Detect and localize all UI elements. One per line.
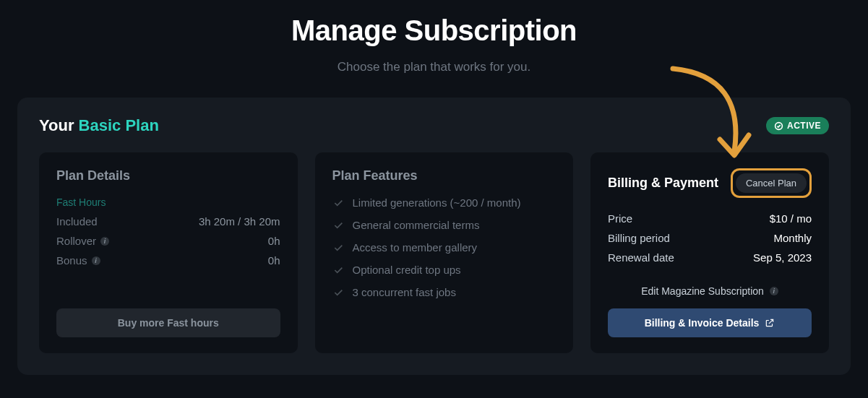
billing-card: Billing & Payment Cancel Plan Price $10 … xyxy=(590,152,829,353)
feature-item: Limited generations (~200 / month) xyxy=(332,196,557,209)
billing-value: Monthly xyxy=(773,232,812,244)
billing-value: Sep 5, 2023 xyxy=(753,251,812,264)
check-icon xyxy=(332,197,344,209)
billing-key: Billing period xyxy=(608,232,670,244)
billing-key: Renewal date xyxy=(608,251,674,264)
detail-key: Rollover xyxy=(56,235,109,247)
external-link-icon xyxy=(765,318,775,328)
plan-title: Your Basic Plan xyxy=(39,116,159,135)
billing-row: Billing period Monthly xyxy=(608,232,812,244)
billing-value: $10 / mo xyxy=(770,212,812,225)
plan-details-card: Plan Details Fast Hours Included 3h 20m … xyxy=(39,152,298,353)
detail-row: Rollover 0h xyxy=(56,235,280,247)
fast-hours-label: Fast Hours xyxy=(56,196,280,208)
check-icon xyxy=(332,220,344,231)
detail-key: Included xyxy=(56,215,98,228)
billing-row: Renewal date Sep 5, 2023 xyxy=(608,251,812,264)
plan-name: Basic Plan xyxy=(79,116,159,134)
check-icon xyxy=(332,242,344,254)
edit-subscription-link[interactable]: Edit Magazine Subscription xyxy=(608,285,812,297)
detail-row: Included 3h 20m / 3h 20m xyxy=(56,215,280,228)
plan-details-title: Plan Details xyxy=(56,168,280,183)
check-icon xyxy=(332,287,344,298)
billing-title: Billing & Payment xyxy=(608,176,718,191)
billing-row: Price $10 / mo xyxy=(608,212,812,225)
buy-more-button[interactable]: Buy more Fast hours xyxy=(56,308,280,337)
check-icon xyxy=(332,264,344,276)
detail-key: Bonus xyxy=(56,254,100,267)
subscription-panel: Your Basic Plan ACTIVE Plan Details Fast… xyxy=(17,98,851,375)
status-text: ACTIVE xyxy=(787,121,821,131)
feature-item: Optional credit top ups xyxy=(332,264,557,276)
cancel-plan-button[interactable]: Cancel Plan xyxy=(736,173,807,193)
info-icon[interactable] xyxy=(100,237,109,246)
plan-prefix: Your xyxy=(39,116,74,134)
info-icon[interactable] xyxy=(92,256,100,265)
feature-item: 3 concurrent fast jobs xyxy=(332,286,557,298)
detail-value: 3h 20m / 3h 20m xyxy=(199,215,280,228)
billing-key: Price xyxy=(608,212,632,225)
check-circle-icon xyxy=(774,121,783,131)
info-icon xyxy=(770,287,778,295)
billing-invoice-button[interactable]: Billing & Invoice Details xyxy=(608,308,812,337)
feature-item: Access to member gallery xyxy=(332,241,557,254)
cancel-highlight-frame: Cancel Plan xyxy=(731,168,812,198)
page-subtitle: Choose the plan that works for you. xyxy=(0,60,868,74)
plan-features-card: Plan Features Limited generations (~200 … xyxy=(315,152,574,353)
feature-item: General commercial terms xyxy=(332,219,557,231)
detail-row: Bonus 0h xyxy=(56,254,280,267)
plan-features-title: Plan Features xyxy=(332,168,557,183)
page-title: Manage Subscription xyxy=(0,14,868,47)
detail-value: 0h xyxy=(268,254,280,267)
status-badge: ACTIVE xyxy=(766,117,829,134)
detail-value: 0h xyxy=(268,235,280,247)
